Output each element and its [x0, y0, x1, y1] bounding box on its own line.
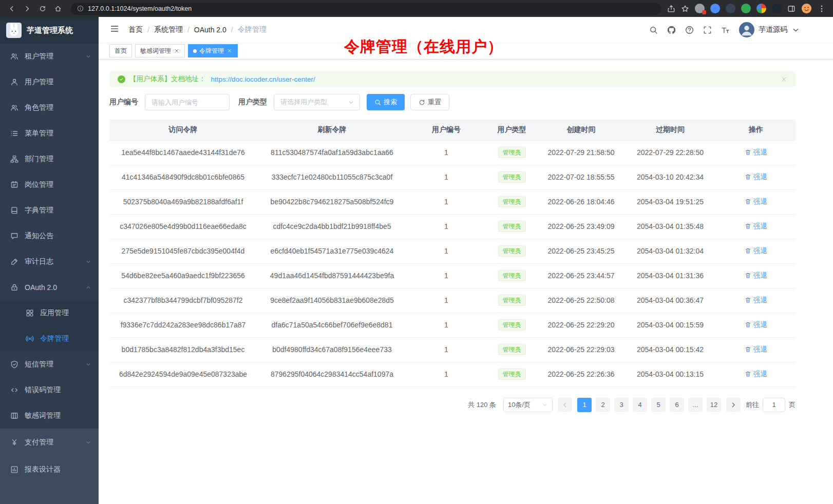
breadcrumb-system[interactable]: 系统管理: [154, 25, 183, 34]
browser-home-button[interactable]: [51, 2, 65, 15]
pager-ellipsis[interactable]: ...: [688, 398, 703, 412]
search-icon[interactable]: [649, 26, 658, 34]
close-icon[interactable]: [226, 48, 233, 54]
doc-link[interactable]: https://doc.iocoder.cn/user-center/: [211, 75, 315, 83]
tags-view-bar: 首页敏感词管理令牌管理: [99, 43, 833, 60]
page-button[interactable]: 12: [707, 398, 721, 412]
sidebar-subitem[interactable]: 应用管理: [0, 300, 99, 326]
view-tab[interactable]: 敏感词管理: [135, 44, 185, 57]
site-info-icon[interactable]: [77, 5, 84, 12]
force-logout-button[interactable]: 强退: [745, 370, 767, 379]
force-logout-button[interactable]: 强退: [745, 197, 767, 206]
browser-back-button[interactable]: [5, 2, 18, 15]
prev-page-button[interactable]: [558, 398, 572, 412]
address-bar[interactable]: 127.0.0.1:1024/system/oauth2/token: [71, 3, 661, 15]
user-dropdown[interactable]: 芋道源码: [739, 22, 800, 37]
breadcrumb-oauth[interactable]: OAuth 2.0: [194, 26, 226, 34]
chevron-down-icon: [85, 361, 91, 367]
chevron-down-icon: [85, 53, 91, 60]
sidebar-item[interactable]: 支付管理: [0, 429, 99, 456]
sidebar-item[interactable]: OAuth 2.0: [0, 275, 99, 300]
browser-reload-button[interactable]: [36, 2, 49, 15]
reset-button[interactable]: 重置: [410, 94, 449, 110]
sidebar-item[interactable]: 字典管理: [0, 198, 99, 223]
force-logout-button[interactable]: 强退: [745, 296, 767, 305]
close-icon[interactable]: [174, 48, 180, 54]
page-size-select[interactable]: 10条/页: [503, 398, 553, 412]
cell-expire-time: 2054-03-04 01:31:36: [624, 263, 716, 288]
page-button[interactable]: 5: [651, 398, 666, 412]
font-size-icon[interactable]: [721, 26, 730, 34]
cell-user-type: 管理员: [485, 337, 538, 362]
user-type-badge: 管理员: [498, 245, 526, 257]
sidebar-item[interactable]: 敏感词管理: [0, 403, 99, 429]
force-logout-label: 强退: [753, 148, 767, 157]
user-type-badge: 管理员: [498, 196, 526, 207]
app-logo[interactable]: 芋道管理系统: [0, 17, 99, 44]
extension-icon-badged[interactable]: [695, 4, 705, 13]
github-icon[interactable]: [667, 26, 676, 34]
page-button[interactable]: 4: [633, 398, 647, 412]
sidebar-item[interactable]: 用户管理: [0, 69, 99, 95]
sidebar-item[interactable]: 租户管理: [0, 44, 99, 69]
url-text[interactable]: 127.0.0.1:1024/system/oauth2/token: [88, 5, 655, 12]
force-logout-button[interactable]: 强退: [745, 320, 767, 329]
sidebar-item[interactable]: 岗位管理: [0, 172, 99, 198]
page-button[interactable]: 2: [596, 398, 610, 412]
force-logout-button[interactable]: 强退: [745, 172, 767, 182]
table-row: c347026e805e4d99b0d116eae66eda8ccdfc4ce9…: [109, 214, 796, 239]
extension-icon-blue[interactable]: [710, 4, 720, 13]
force-logout-button[interactable]: 强退: [745, 246, 767, 256]
sidebar-item[interactable]: 审计日志: [0, 249, 99, 275]
view-tab[interactable]: 首页: [109, 44, 132, 57]
sidebar-item[interactable]: 短信管理: [0, 352, 99, 377]
force-logout-button[interactable]: 强退: [745, 271, 767, 280]
sidebar-item[interactable]: 通知公告: [0, 223, 99, 249]
user-type-badge: 管理员: [498, 369, 526, 380]
page-button[interactable]: 3: [614, 398, 629, 412]
extension-icon-pinwheel[interactable]: [756, 4, 766, 13]
extension-icon-paw[interactable]: [772, 4, 782, 13]
sidebar-subitem[interactable]: 令牌管理: [0, 326, 99, 352]
sidebar-item[interactable]: 报表设计器: [0, 456, 99, 483]
table-row: 275e5de9151045fe87cbdc395e004f4de6cfd40e…: [109, 239, 796, 263]
page-button[interactable]: 6: [670, 398, 684, 412]
sidebar-item[interactable]: 部门管理: [0, 146, 99, 172]
app-title: 芋道管理系统: [27, 26, 73, 35]
collapse-sidebar-button[interactable]: [106, 24, 123, 36]
goto-page-input[interactable]: [763, 398, 785, 412]
force-logout-button[interactable]: 强退: [745, 148, 767, 157]
side-panel-icon[interactable]: [787, 5, 796, 13]
trash-icon: [745, 149, 751, 156]
share-icon[interactable]: [667, 5, 675, 13]
column-header: 用户编号: [407, 120, 485, 140]
browser-forward-button[interactable]: [21, 2, 34, 15]
cell-refresh-token: b0df4980ffd34c67a08f9156e4eee733: [257, 337, 407, 362]
pay-icon: [10, 438, 18, 447]
kebab-menu-icon[interactable]: [818, 5, 826, 13]
force-logout-button[interactable]: 强退: [745, 222, 767, 231]
sidebar-item[interactable]: 菜单管理: [0, 121, 99, 146]
errcode-icon: [10, 386, 18, 394]
search-button[interactable]: 搜索: [367, 94, 405, 110]
role-icon: [10, 104, 18, 112]
help-icon[interactable]: [685, 26, 694, 34]
cell-access-token: c347026e805e4d99b0d116eae66eda8c: [109, 214, 257, 239]
browser-toolbar: 127.0.0.1:1024/system/oauth2/token: [0, 0, 833, 17]
view-tab[interactable]: 令牌管理: [188, 44, 238, 57]
sidebar-item[interactable]: 角色管理: [0, 95, 99, 121]
sidebar-item[interactable]: 错误码管理: [0, 377, 99, 403]
user-id-input[interactable]: [145, 94, 230, 110]
breadcrumb-home[interactable]: 首页: [128, 25, 143, 34]
alert-close-icon[interactable]: [781, 76, 787, 83]
page-button[interactable]: 1: [577, 398, 592, 412]
browser-profile-avatar[interactable]: [801, 3, 812, 14]
extension-icon-dark[interactable]: [726, 4, 735, 13]
bookmark-star-icon[interactable]: [681, 5, 689, 13]
extension-icon-green[interactable]: [741, 4, 751, 13]
table-row: f9336e7c7dd242a283ee98dc86b17a87dfa6c71a…: [109, 313, 796, 337]
fullscreen-icon[interactable]: [703, 26, 712, 34]
force-logout-button[interactable]: 强退: [745, 345, 767, 354]
next-page-button[interactable]: [726, 398, 741, 412]
user-type-select[interactable]: 请选择用户类型: [274, 94, 360, 110]
